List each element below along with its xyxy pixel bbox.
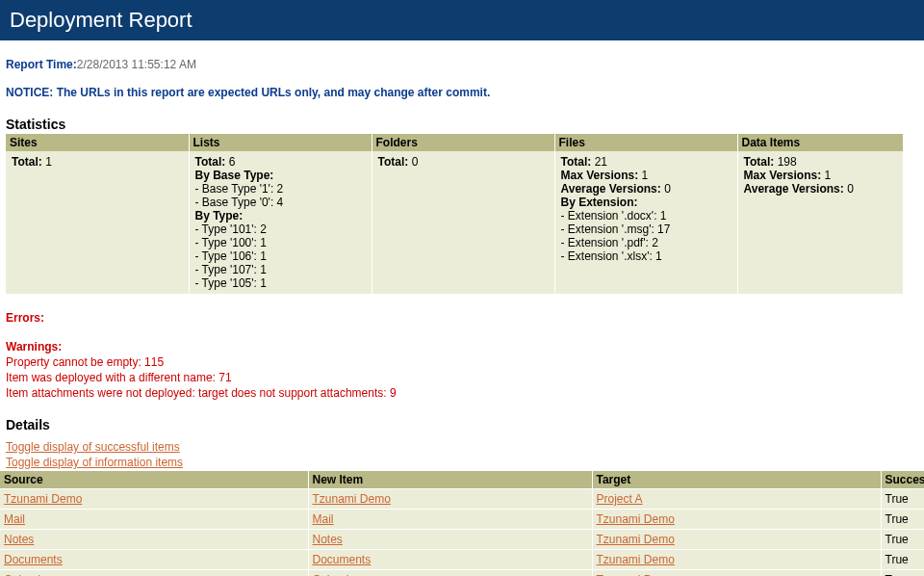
detail-new-item-cell: Tzunami Demo xyxy=(308,489,592,510)
stats-header-data-items: Data Items xyxy=(737,134,904,151)
di-total: 198 xyxy=(778,155,797,169)
stats-header-folders: Folders xyxy=(372,134,554,151)
di-avg-versions: 0 xyxy=(847,182,854,196)
detail-source-link[interactable]: Mail xyxy=(4,512,25,526)
detail-success-cell: True xyxy=(881,510,924,530)
detail-success-cell: True xyxy=(881,489,924,510)
notice-text: NOTICE: The URLs in this report are expe… xyxy=(6,86,918,99)
detail-source-cell: Mail xyxy=(0,510,308,530)
stats-header-lists: Lists xyxy=(189,134,372,151)
detail-source-cell: Tzunami Demo xyxy=(0,489,308,510)
details-header-target: Target xyxy=(592,471,881,489)
lists-type-line: - Type '107': 1 xyxy=(195,263,366,276)
sites-total-label: Total: xyxy=(12,155,42,169)
folders-total: 0 xyxy=(412,155,419,169)
statistics-heading: Statistics xyxy=(6,117,918,132)
lists-total-label: Total: xyxy=(195,155,226,169)
sites-total: 1 xyxy=(45,155,52,169)
detail-target-link[interactable]: Project A xyxy=(597,492,643,506)
detail-target-link[interactable]: Tzunami Demo xyxy=(597,533,675,546)
page-title: Deployment Report xyxy=(10,8,192,32)
lists-type-line: - Type '105': 1 xyxy=(195,276,366,290)
lists-by-type-label: By Type: xyxy=(195,209,366,223)
lists-base-type-line: - Base Type '1': 2 xyxy=(195,182,366,196)
toggle-information-link[interactable]: Toggle display of information items xyxy=(6,456,918,469)
lists-total: 6 xyxy=(229,155,236,169)
stats-cell-lists: Total: 6 By Base Type: - Base Type '1': … xyxy=(189,151,372,294)
detail-new-item-link[interactable]: Notes xyxy=(313,533,343,546)
detail-target-link[interactable]: Tzunami Demo xyxy=(597,512,675,526)
detail-new-item-cell: Calendar xyxy=(308,570,592,577)
di-avg-versions-label: Average Versions: xyxy=(744,182,844,196)
detail-target-cell: Project A xyxy=(592,489,881,510)
detail-new-item-link[interactable]: Tzunami Demo xyxy=(313,492,391,506)
di-max-versions: 1 xyxy=(825,169,832,182)
detail-target-link[interactable]: Tzunami Demo xyxy=(597,553,675,566)
details-header-new-item: New Item xyxy=(308,471,592,489)
detail-target-cell: Tzunami Demo xyxy=(592,570,881,577)
files-by-extension-label: By Extension: xyxy=(561,196,732,209)
detail-source-cell: Notes xyxy=(0,530,308,550)
report-time: Report Time:2/28/2013 11:55:12 AM xyxy=(6,58,918,71)
statistics-table: Sites Lists Folders Files Data Items Tot… xyxy=(6,134,904,294)
lists-by-base-type-label: By Base Type: xyxy=(195,169,366,182)
lists-type-line: - Type '101': 2 xyxy=(195,223,366,236)
table-row: Tzunami DemoTzunami DemoProject ATrueIn xyxy=(0,489,924,510)
warning-line: Property cannot be empty: 115 xyxy=(6,355,918,369)
folders-total-label: Total: xyxy=(378,155,409,169)
files-extension-line: - Extension '.docx': 1 xyxy=(561,209,732,223)
di-total-label: Total: xyxy=(744,155,775,169)
page-header: Deployment Report xyxy=(0,0,924,40)
errors-block: Errors: Warnings: Property cannot be emp… xyxy=(6,311,918,400)
lists-type-line: - Type '106': 1 xyxy=(195,249,366,263)
detail-success-cell: True xyxy=(881,570,924,577)
files-total-label: Total: xyxy=(561,155,592,169)
detail-target-cell: Tzunami Demo xyxy=(592,550,881,570)
stats-cell-sites: Total: 1 xyxy=(6,151,189,294)
stats-cell-data-items: Total: 198 Max Versions: 1 Average Versi… xyxy=(737,151,904,294)
details-heading: Details xyxy=(6,417,918,432)
detail-source-link[interactable]: Notes xyxy=(4,533,34,546)
warning-line: Item was deployed with a different name:… xyxy=(6,371,918,384)
detail-source-cell: Calendar xyxy=(0,570,308,577)
lists-base-type-line: - Base Type '0': 4 xyxy=(195,196,366,209)
stats-cell-files: Total: 21 Max Versions: 1 Average Versio… xyxy=(554,151,737,294)
files-total: 21 xyxy=(595,155,607,169)
warning-line: Item attachments were not deployed: targ… xyxy=(6,386,918,400)
detail-new-item-cell: Documents xyxy=(308,550,592,570)
errors-heading: Errors: xyxy=(6,311,918,325)
files-extension-line: - Extension '.msg': 17 xyxy=(561,223,732,236)
table-row: DocumentsDocumentsTzunami DemoTrueIn xyxy=(0,550,924,570)
stats-cell-folders: Total: 0 xyxy=(372,151,554,294)
detail-new-item-cell: Mail xyxy=(308,510,592,530)
files-max-versions: 1 xyxy=(642,169,649,182)
files-extension-line: - Extension '.pdf': 2 xyxy=(561,236,732,249)
detail-success-cell: True xyxy=(881,530,924,550)
table-row: CalendarCalendarTzunami DemoTrueIn xyxy=(0,570,924,577)
detail-target-cell: Tzunami Demo xyxy=(592,530,881,550)
stats-header-files: Files xyxy=(554,134,737,151)
table-row: NotesNotesTzunami DemoTrueIn xyxy=(0,530,924,550)
toggle-links: Toggle display of successful items Toggl… xyxy=(6,440,918,469)
detail-new-item-cell: Notes xyxy=(308,530,592,550)
details-header-success: Success xyxy=(881,471,924,489)
stats-header-sites: Sites xyxy=(6,134,189,151)
di-max-versions-label: Max Versions: xyxy=(744,169,822,182)
files-max-versions-label: Max Versions: xyxy=(561,169,639,182)
detail-source-cell: Documents xyxy=(0,550,308,570)
detail-success-cell: True xyxy=(881,550,924,570)
details-table: Source New Item Target Success L Tzunami… xyxy=(0,471,924,576)
files-avg-versions-label: Average Versions: xyxy=(561,182,661,196)
detail-target-cell: Tzunami Demo xyxy=(592,510,881,530)
table-row: MailMailTzunami DemoTrueIn xyxy=(0,510,924,530)
detail-source-link[interactable]: Tzunami Demo xyxy=(4,492,82,506)
files-avg-versions: 0 xyxy=(664,182,671,196)
files-extension-line: - Extension '.xlsx': 1 xyxy=(561,249,732,263)
detail-source-link[interactable]: Documents xyxy=(4,553,63,566)
lists-type-line: - Type '100': 1 xyxy=(195,236,366,249)
detail-new-item-link[interactable]: Mail xyxy=(313,512,334,526)
detail-new-item-link[interactable]: Documents xyxy=(313,553,372,566)
toggle-successful-link[interactable]: Toggle display of successful items xyxy=(6,440,918,454)
details-header-source: Source xyxy=(0,471,308,489)
report-time-value: 2/28/2013 11:55:12 AM xyxy=(77,58,196,71)
